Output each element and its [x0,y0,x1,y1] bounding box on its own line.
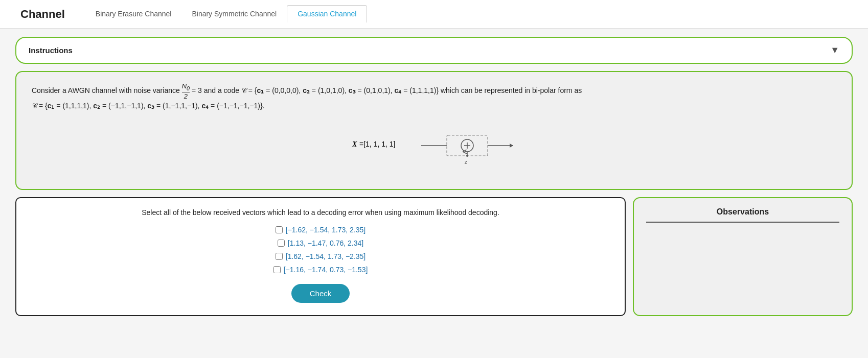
question-box: Select all of the below received vectors… [15,197,626,316]
bottom-section: Select all of the below received vectors… [15,197,853,316]
problem-equals: = 3 and a code 𝒞 = {c₁ = (0,0,0,0), c₂ =… [192,86,582,94]
svg-text:=[1, 1, 1, 1]: =[1, 1, 1, 1] [359,140,395,148]
problem-text: Consider a AWGN channel with noise varia… [32,82,836,112]
svg-point-11 [466,155,468,157]
diagram-area: X =[1, 1, 1, 1] z [32,123,836,174]
instructions-box: Instructions ▼ [15,37,853,64]
problem-box: Consider a AWGN channel with noise varia… [15,71,853,190]
tab-binary-erasure[interactable]: Binary Erasure Channel [85,6,182,23]
instructions-toggle[interactable]: Instructions ▼ [16,38,852,63]
fraction-display: N0 2 [182,86,192,94]
checkbox-3[interactable] [276,253,283,260]
tab-binary-symmetric[interactable]: Binary Symmetric Channel [181,6,287,23]
option-2[interactable]: [1.13, −1.47, 0.76, 2.34] [278,239,363,247]
problem-prefix: Consider a AWGN channel with noise varia… [32,86,182,94]
checkbox-1[interactable] [276,226,283,233]
checkbox-4[interactable] [273,266,281,273]
observations-box: Observations [633,197,853,316]
option-4-label: [−1.16, −1.74, 0.73, −1.53] [284,266,368,274]
observations-title: Observations [646,207,839,223]
main-content: Instructions ▼ Consider a AWGN channel w… [0,29,868,324]
checkbox-2[interactable] [278,240,285,247]
option-3[interactable]: [1.62, −1.54, 1.73, −2.35] [276,252,366,260]
channel-diagram: X =[1, 1, 1, 1] z [347,123,521,174]
problem-bipolar: 𝒞 = {c₁ = (1,1,1,1), c₂ = (−1,1,−1,1), c… [32,102,265,110]
option-4[interactable]: [−1.16, −1.74, 0.73, −1.53] [273,266,368,274]
tab-gaussian[interactable]: Gaussian Channel [287,5,367,23]
svg-marker-10 [510,144,513,148]
chevron-down-icon: ▼ [830,45,839,56]
option-2-label: [1.13, −1.47, 0.76, 2.34] [288,239,363,247]
option-1[interactable]: [−1.62, −1.54, 1.73, 2.35] [276,226,366,234]
header: Channel Binary Erasure Channel Binary Sy… [0,0,868,29]
question-text: Select all of the below received vectors… [32,208,609,217]
option-3-label: [1.62, −1.54, 1.73, −2.35] [286,252,366,260]
instructions-label: Instructions [29,46,73,55]
svg-text:X: X [352,140,357,148]
tab-bar: Binary Erasure Channel Binary Symmetric … [85,5,368,23]
option-1-label: [−1.62, −1.54, 1.73, 2.35] [286,226,366,234]
page-title: Channel [20,8,65,21]
check-button[interactable]: Check [291,284,350,303]
options-list: [−1.62, −1.54, 1.73, 2.35] [1.13, −1.47,… [32,226,609,274]
svg-text:z: z [464,158,467,165]
